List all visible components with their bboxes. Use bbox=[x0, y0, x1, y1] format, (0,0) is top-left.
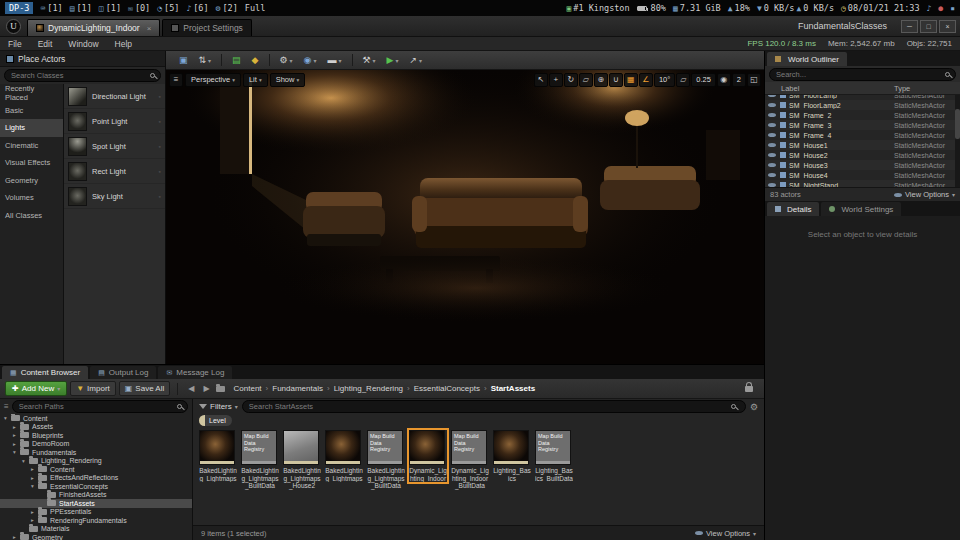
outliner-row[interactable]: SM_House2StaticMeshActor bbox=[765, 150, 960, 160]
menu-file[interactable]: File bbox=[0, 39, 30, 49]
scrollbar-thumb[interactable] bbox=[955, 109, 960, 139]
folder-content[interactable]: ▾Content bbox=[0, 414, 192, 423]
level-viewport[interactable]: ≡ Perspective▾ Lit▾ Show▾ ↖ + ↻ ▱ ⊕ ∪ ▦ … bbox=[166, 70, 764, 364]
breadcrumb-startassets[interactable]: StartAssets bbox=[491, 384, 535, 393]
viewport-options-icon[interactable]: ≡ bbox=[169, 73, 183, 87]
category-basic[interactable]: Basic bbox=[0, 102, 63, 120]
folder-effectsandreflections[interactable]: ▸EffectsAndReflections bbox=[0, 474, 192, 483]
outliner-row[interactable]: SM_House4StaticMeshActor bbox=[765, 170, 960, 180]
asset-tile[interactable]: Lighting_Basics bbox=[493, 430, 531, 482]
breadcrumb-lighting-rendering[interactable]: Lighting_Rendering bbox=[334, 384, 403, 393]
search-paths-input[interactable] bbox=[12, 400, 188, 413]
asset-tile[interactable]: Map Build Data RegistryBakedLighting_Lig… bbox=[367, 430, 405, 490]
world-outliner-tab[interactable]: World Outliner bbox=[767, 52, 847, 66]
outliner-row[interactable]: SM_House3StaticMeshActor bbox=[765, 160, 960, 170]
visibility-eye-icon[interactable] bbox=[768, 153, 776, 157]
maximize-viewport-icon[interactable]: ◱ bbox=[747, 73, 761, 87]
tab-project-settings[interactable]: Project Settings bbox=[162, 19, 252, 36]
visibility-eye-icon[interactable] bbox=[768, 183, 776, 187]
active-filter-level[interactable]: Level bbox=[199, 415, 232, 426]
visibility-eye-icon[interactable] bbox=[768, 163, 776, 167]
view-mode-lit-button[interactable]: Lit▾ bbox=[243, 73, 268, 87]
visibility-eye-icon[interactable] bbox=[768, 113, 776, 117]
breadcrumb-essentialconcepts[interactable]: EssentialConcepts bbox=[414, 384, 480, 393]
outliner-row[interactable]: SM_House1StaticMeshActor bbox=[765, 140, 960, 150]
add-new-button[interactable]: ✚Add New▾ bbox=[5, 381, 67, 396]
message-log-tab[interactable]: ✉Message Log bbox=[158, 366, 232, 379]
asset-tile[interactable]: BakedLighting_Lightmaps bbox=[325, 430, 363, 482]
tray-volume-icon[interactable]: ♪ bbox=[927, 4, 932, 13]
outliner-row[interactable]: SM_Frame_3StaticMeshActor bbox=[765, 120, 960, 130]
outliner-search-input[interactable] bbox=[769, 68, 956, 81]
folder-finishedassets[interactable]: FinishedAssets bbox=[0, 491, 192, 500]
show-flags-button[interactable]: Show▾ bbox=[270, 73, 306, 87]
menu-edit[interactable]: Edit bbox=[30, 39, 61, 49]
details-tab[interactable]: Details bbox=[767, 202, 819, 216]
minimize-button[interactable]: ─ bbox=[901, 20, 918, 33]
camera-speed-value[interactable]: 2 bbox=[732, 73, 746, 87]
breadcrumb-content[interactable]: Content bbox=[234, 384, 262, 393]
sources-toggle-icon[interactable]: ≡ bbox=[4, 402, 9, 411]
content-button[interactable]: ▤ bbox=[227, 52, 246, 68]
asset-tile[interactable]: BakedLighting_Lightmaps_House2 bbox=[283, 430, 321, 490]
import-button[interactable]: ▼Import bbox=[70, 381, 116, 396]
rotation-snap-value[interactable]: 10° bbox=[654, 73, 675, 87]
workspace-7[interactable]: ⚙[2] bbox=[216, 3, 238, 13]
folder-blueprints[interactable]: ▸Blueprints bbox=[0, 431, 192, 440]
category-geometry[interactable]: Geometry bbox=[0, 172, 63, 190]
placeable-point-light[interactable]: Point Light◦ bbox=[64, 109, 165, 134]
search-assets-input[interactable] bbox=[242, 400, 746, 413]
restore-button[interactable]: □ bbox=[920, 20, 937, 33]
surface-snap-icon[interactable]: ∪ bbox=[609, 73, 623, 87]
coordinate-system-icon[interactable]: ⊕ bbox=[594, 73, 608, 87]
folder-content-sub[interactable]: ▸Content bbox=[0, 465, 192, 474]
outliner-row[interactable]: SM_Frame_4StaticMeshActor bbox=[765, 130, 960, 140]
asset-tile[interactable]: BakedLighting_Lightmaps bbox=[199, 430, 237, 482]
launch-button[interactable]: ↗▾ bbox=[405, 52, 428, 68]
workspace-3[interactable]: ◫[1] bbox=[99, 3, 121, 13]
category-visual-effects[interactable]: Visual Effects bbox=[0, 154, 63, 172]
visibility-eye-icon[interactable] bbox=[768, 143, 776, 147]
forward-button[interactable]: ▶ bbox=[200, 384, 212, 393]
folder-geometry[interactable]: ▸Geometry bbox=[0, 533, 192, 540]
workspace-4[interactable]: ✉[0] bbox=[128, 3, 150, 13]
gizmo-move-icon[interactable]: + bbox=[549, 73, 563, 87]
cinematics-button[interactable]: ▬▾ bbox=[322, 52, 346, 68]
close-button[interactable]: × bbox=[939, 20, 956, 33]
world-settings-tab[interactable]: World Settings bbox=[821, 202, 901, 216]
view-settings-gear-icon[interactable]: ⚙ bbox=[750, 402, 758, 412]
folder-materials[interactable]: Materials bbox=[0, 525, 192, 534]
placeable-spot-light[interactable]: Spot Light◦ bbox=[64, 134, 165, 159]
marketplace-button[interactable]: ◆ bbox=[247, 52, 264, 68]
category-recently-placed[interactable]: Recently Placed bbox=[0, 84, 63, 102]
workspace-5[interactable]: ◔[5] bbox=[157, 3, 179, 13]
tab-dynamiclighting-indoor[interactable]: DynamicLighting_Indoor × bbox=[27, 19, 160, 36]
category-lights[interactable]: Lights bbox=[0, 119, 63, 137]
perspective-button[interactable]: Perspective▾ bbox=[185, 73, 241, 87]
visibility-eye-icon[interactable] bbox=[768, 123, 776, 127]
save-button[interactable]: ▣ bbox=[174, 52, 193, 68]
breadcrumb-fundamentals[interactable]: Fundamentals bbox=[272, 384, 323, 393]
workspace-6[interactable]: ♪[6] bbox=[186, 3, 208, 13]
close-tab-icon[interactable]: × bbox=[147, 24, 152, 33]
asset-tile[interactable]: Map Build Data RegistryDynamic_Lighting_… bbox=[451, 430, 489, 490]
asset-tile[interactable]: Map Build Data RegistryBakedLighting_Lig… bbox=[241, 430, 279, 490]
layout-mode-label[interactable]: Full bbox=[245, 3, 265, 13]
visibility-eye-icon[interactable] bbox=[768, 103, 776, 107]
gizmo-rotate-icon[interactable]: ↻ bbox=[564, 73, 578, 87]
outliner-view-options[interactable]: View Options▾ bbox=[894, 190, 955, 199]
rotation-snap-icon[interactable]: ∠ bbox=[639, 73, 653, 87]
column-type[interactable]: Type bbox=[894, 84, 960, 93]
blueprints-button[interactable]: ◉▾ bbox=[299, 52, 322, 68]
category-all-classes[interactable]: All Classes bbox=[0, 207, 63, 225]
asset-tile-selected[interactable]: Dynamic_Lighting_Indoor bbox=[409, 430, 447, 482]
camera-speed-icon[interactable]: ◉ bbox=[717, 73, 731, 87]
asset-tile[interactable]: Map Build Data RegistryLighting_Basics_B… bbox=[535, 430, 573, 482]
search-classes-input[interactable] bbox=[4, 69, 161, 82]
visibility-eye-icon[interactable] bbox=[768, 173, 776, 177]
folder-ppessentials[interactable]: ▸PPEssentials bbox=[0, 508, 192, 517]
category-volumes[interactable]: Volumes bbox=[0, 189, 63, 207]
visibility-eye-icon[interactable] bbox=[768, 133, 776, 137]
place-actors-header[interactable]: Place Actors bbox=[0, 51, 165, 67]
gizmo-scale-icon[interactable]: ▱ bbox=[579, 73, 593, 87]
